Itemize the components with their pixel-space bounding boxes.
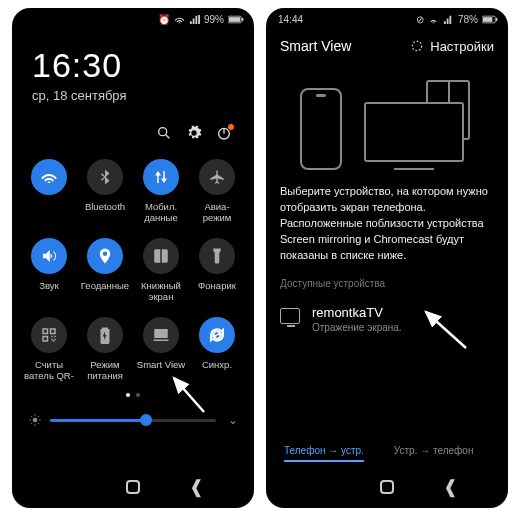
- tile-sound[interactable]: Звук: [22, 238, 76, 303]
- battery-percent: 99%: [204, 14, 224, 25]
- available-devices-label: Доступные устройства: [266, 276, 508, 295]
- tile-flashlight[interactable]: Фонарик: [190, 238, 244, 303]
- tv-icon: [280, 308, 300, 324]
- tile-airplane[interactable]: Авиа- режим: [190, 159, 244, 224]
- nav-back[interactable]: ❰: [189, 478, 204, 496]
- tab-device-to-phone[interactable]: Устр. → телефон: [394, 445, 474, 462]
- tile-label: Мобил. данные: [144, 201, 177, 224]
- nav-back[interactable]: ❰: [443, 478, 458, 496]
- brightness-expand[interactable]: ⌄: [224, 413, 238, 427]
- tile-mobile-data[interactable]: Мобил. данные: [134, 159, 188, 224]
- wifi-icon: [428, 14, 439, 25]
- qs-tiles-grid: Bluetooth Мобил. данные Авиа- режим Звук…: [12, 151, 254, 385]
- svg-rect-2: [242, 17, 243, 20]
- devices-outline-icon: [364, 80, 474, 170]
- battery-icon: [482, 15, 498, 24]
- signal-icon: [189, 14, 200, 25]
- smartview-instruction: Выберите устройство, на котором нужно от…: [266, 170, 508, 276]
- do-not-disturb-icon: ⊘: [416, 14, 424, 25]
- tile-label: Считы ватель QR-: [24, 359, 74, 382]
- alarm-icon: ⏰: [158, 14, 170, 25]
- qs-date: ср, 18 сентября: [32, 88, 234, 103]
- qs-clock-block: 16:30 ср, 18 сентября: [12, 28, 254, 111]
- tile-label: Звук: [39, 280, 58, 302]
- search-icon[interactable]: [156, 125, 172, 141]
- pager-dots[interactable]: [12, 385, 254, 401]
- settings-link[interactable]: Настройки: [410, 39, 494, 54]
- svg-point-5: [33, 418, 38, 423]
- direction-tabs: Телефон → устр. Устр. → телефон: [266, 445, 508, 468]
- tile-label: Bluetooth: [85, 201, 125, 223]
- device-name: remontkaTV: [312, 305, 402, 320]
- tile-power-mode[interactable]: Режим питания: [78, 317, 132, 382]
- nav-home[interactable]: [380, 480, 394, 494]
- settings-label: Настройки: [430, 39, 494, 54]
- pager-dot: [136, 393, 140, 397]
- status-time: 14:44: [278, 14, 303, 25]
- tile-location[interactable]: Геоданные: [78, 238, 132, 303]
- svg-rect-9: [496, 17, 497, 20]
- svg-point-3: [159, 128, 167, 136]
- gear-icon[interactable]: [186, 125, 202, 141]
- tile-bluetooth[interactable]: Bluetooth: [78, 159, 132, 224]
- smartview-title: Smart View: [280, 38, 351, 54]
- nav-home[interactable]: [126, 480, 140, 494]
- qs-top-actions: [12, 111, 254, 151]
- tile-book-screen[interactable]: Книжный экран: [134, 238, 188, 303]
- phone-quicksettings: ⏰ 99% 16:30 ср, 18 сентября: [12, 8, 254, 508]
- tile-label: Фонарик: [198, 280, 236, 302]
- phone-outline-icon: [300, 88, 342, 170]
- slider-track[interactable]: [50, 419, 216, 422]
- brightness-icon: [28, 413, 42, 427]
- device-subtitle: Отражение экрана.: [312, 322, 402, 333]
- smartview-header: Smart View Настройки: [266, 28, 508, 60]
- nav-bar: ❰: [266, 472, 508, 502]
- tile-label: Smart View: [137, 359, 185, 381]
- status-bar: ⏰ 99%: [12, 8, 254, 28]
- tab-phone-to-device[interactable]: Телефон → устр.: [284, 445, 364, 462]
- notification-badge: [228, 124, 234, 130]
- tile-label: Режим питания: [87, 359, 123, 382]
- tile-label: Книжный экран: [141, 280, 181, 303]
- nav-bar: ❰: [12, 472, 254, 502]
- tile-qr[interactable]: Считы ватель QR-: [22, 317, 76, 382]
- nav-recent[interactable]: [62, 486, 78, 489]
- slider-thumb[interactable]: [140, 414, 152, 426]
- brightness-slider[interactable]: ⌄: [12, 401, 254, 435]
- nav-recent[interactable]: [316, 486, 332, 489]
- svg-point-10: [413, 41, 422, 50]
- svg-rect-8: [483, 17, 492, 22]
- tile-sync[interactable]: Синхр.: [190, 317, 244, 382]
- pager-dot-active: [126, 393, 130, 397]
- qs-time: 16:30: [32, 46, 234, 85]
- status-bar: 14:44 ⊘ 78%: [266, 8, 508, 28]
- wifi-icon: [174, 14, 185, 25]
- tile-wifi[interactable]: [22, 159, 76, 224]
- phone-smartview: 14:44 ⊘ 78% Smart View Настройки Выберит…: [266, 8, 508, 508]
- svg-rect-1: [229, 17, 240, 22]
- tile-smart-view[interactable]: Smart View: [134, 317, 188, 382]
- device-item[interactable]: remontkaTV Отражение экрана.: [266, 295, 508, 343]
- battery-icon: [228, 15, 244, 24]
- tile-label: Авиа- режим: [203, 201, 232, 224]
- battery-percent: 78%: [458, 14, 478, 25]
- smartview-illustration: [266, 60, 508, 170]
- power-icon[interactable]: [216, 125, 232, 141]
- tile-label: Геоданные: [81, 280, 129, 302]
- signal-icon: [443, 14, 454, 25]
- tile-label: Синхр.: [202, 359, 232, 381]
